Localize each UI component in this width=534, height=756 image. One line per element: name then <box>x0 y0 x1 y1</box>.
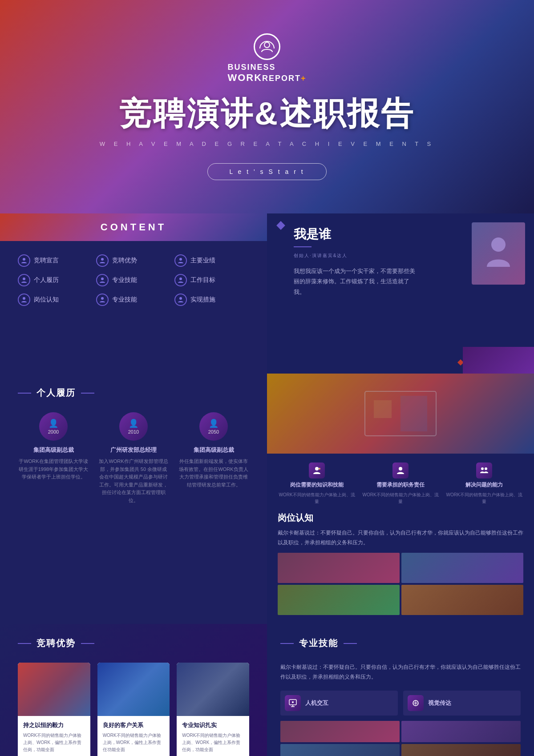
svg-point-20 <box>292 701 294 703</box>
resume-item-1: 👤 2010 广州研发部总经理 加入WORK作广州研发部管理总部，并参加集团共 … <box>98 412 169 505</box>
adv-card-body-0: 持之以恒的毅力 WORK不同的销售能力户体验上岗、WORK，偏性上系作责任岗，功… <box>18 716 90 756</box>
job-photos-grid <box>278 553 523 615</box>
resume-timeline: 👤 2000 集团高级副总裁 于WORK在集团管理团队大学读研生涯于1998年参… <box>18 412 249 505</box>
advantage-title: 竞聘优势 <box>36 637 76 649</box>
content-label-2: 主要业绩 <box>190 257 215 265</box>
hero-title: 竞聘演讲&述职报告 <box>119 92 415 135</box>
who-desc: 我想我应该一个成为一个实干家，不需要那些美丽的辞藻来修饰。工作锻炼了我，生活造就… <box>294 266 418 297</box>
logo-text: BUSINESS WORKREPORT+ <box>227 63 306 84</box>
resume-desc-2: 外任集团新前端发展，使实体市场有效管。在担任WORK负责人大力管理承接和管理担任… <box>178 458 249 489</box>
svg-point-3 <box>179 258 182 261</box>
sk-line-left <box>280 643 294 644</box>
skill-photo-4 <box>401 744 521 756</box>
advantage-card-2: 专业知识扎实 WORK不同的销售能力户体验上岗、WORK，偏性上系作责任岗，功能… <box>177 663 249 756</box>
year-icon-2: 👤 <box>209 418 218 428</box>
year-2: 2050 <box>208 429 219 434</box>
skill-photo-grid <box>280 721 521 756</box>
person-icon-5 <box>174 274 187 286</box>
job-thumb-3 <box>278 585 400 615</box>
skill-photo-3 <box>280 744 400 756</box>
job-photo-overlay <box>267 374 534 454</box>
lets-start-button[interactable]: L e t ' s S t a r t <box>207 163 326 180</box>
adv-card-desc-1: WORK不同的销售能力户体验上岗，WORK，偏性上系作责任功能全面 <box>103 732 165 753</box>
content-label-5: 工作目标 <box>190 276 215 284</box>
job-right-col: 岗位需要的知识和技能 WORK不同的销售能力户体验上岗、流量 需要承担的职务责任… <box>267 374 534 624</box>
svg-point-18 <box>485 467 487 470</box>
resume-title-bar: 个人履历 <box>18 387 249 399</box>
job-icon-2 <box>476 462 492 479</box>
content-item-1: 竞聘优势 <box>96 254 171 267</box>
brand-text: WORKREPORT+ <box>227 74 306 83</box>
middle-row: CONTENT 竞聘宣言 竞聘优势 主要业绩 <box>0 213 534 374</box>
year-0: 2000 <box>48 429 59 434</box>
person-icon-0 <box>18 254 30 267</box>
skill-icon-1 <box>408 695 424 711</box>
content-label-3: 个人履历 <box>34 276 59 284</box>
advantage-card-1: 良好的客户关系 WORK不同的销售能力户体验上岗，WORK，偏性上系作责任功能全… <box>97 663 170 756</box>
content-item-7: 专业技能 <box>96 294 171 306</box>
adv-card-title-2: 专业知识扎实 <box>182 721 244 729</box>
content-label-6: 岗位认知 <box>34 296 59 304</box>
logo-icon <box>254 33 280 60</box>
resume-item-2: 👤 2050 集团高级副总裁 外任集团新前端发展，使实体市场有效管。在担任WOR… <box>178 412 249 505</box>
advantage-title-bar: 竞聘优势 <box>18 637 249 649</box>
job-recog-title: 岗位认知 <box>278 512 523 524</box>
content-item-3: 个人履历 <box>18 274 93 286</box>
job-photo-section <box>267 374 534 454</box>
job-item-2: 解决问题的能力 WORK不同的销售能力户体验上岗、流量 <box>445 462 523 505</box>
content-item-4: 专业技能 <box>96 274 171 286</box>
resume-title: 个人履历 <box>36 387 76 399</box>
person-icon-6 <box>18 294 30 306</box>
job-thumb-1 <box>278 553 400 583</box>
job-item-0: 岗位需要的知识和技能 WORK不同的销售能力户体验上岗、流量 <box>278 462 356 505</box>
skill-photo-1 <box>280 721 400 742</box>
svg-point-17 <box>481 467 484 470</box>
job-item-desc-1: WORK不同的销售能力户体验上岗、流量 <box>361 491 440 505</box>
content-label-8: 实现措施 <box>190 296 215 304</box>
svg-point-15 <box>319 468 320 470</box>
svg-point-16 <box>399 467 402 470</box>
skills-title: 专业技能 <box>299 637 338 649</box>
content-label-0: 竞聘宣言 <box>34 257 59 265</box>
hero-logo: BUSINESS WORKREPORT+ <box>227 33 306 84</box>
person-icon-4 <box>96 274 109 286</box>
job-icon-1 <box>392 462 409 479</box>
job-recognition-section: 岗位需要的知识和技能 WORK不同的销售能力户体验上岗、流量 需要承担的职务责任… <box>267 454 534 624</box>
advantage-cards: 持之以恒的毅力 WORK不同的销售能力户体验上岗、WORK，偏性上系作责任岗，功… <box>18 663 249 756</box>
content-label-4: 专业技能 <box>112 276 137 284</box>
content-header: CONTENT <box>0 213 267 241</box>
skill-icon-0 <box>285 695 301 711</box>
hero-subtitle: W E H A V E M A D E G R E A T A C H I E … <box>100 141 435 147</box>
bottom-row: 竞聘优势 持之以恒的毅力 WORK不同的销售能力户体验上岗、WORK，偏性上系作… <box>0 624 534 756</box>
skill-item-1: 视觉传达 <box>403 691 521 716</box>
job-item-title-1: 需要承担的职务责任 <box>376 481 425 489</box>
adv-card-body-1: 良好的客户关系 WORK不同的销售能力户体验上岗，WORK，偏性上系作责任功能全… <box>97 716 170 756</box>
resume-desc-1: 加入WORK作广州研发部管理总部，并参加集团共 50 余微研成会在中国超大规模产… <box>98 458 169 505</box>
diamond-decor <box>276 221 285 230</box>
adv-card-title-0: 持之以恒的毅力 <box>23 721 85 729</box>
svg-point-2 <box>101 258 104 261</box>
adv-card-title-1: 良好的客户关系 <box>103 721 165 729</box>
job-item-title-2: 解决问题的能力 <box>465 481 503 489</box>
adv-card-img-1 <box>97 663 170 716</box>
content-label-7: 专业技能 <box>112 296 137 304</box>
adv-card-img-2 <box>177 663 249 716</box>
content-section: CONTENT 竞聘宣言 竞聘优势 主要业绩 <box>0 213 267 374</box>
adv-card-desc-2: WORK不同的销售能力户体验上岗、WORK，偏性上系作责任岗，功能全面 <box>182 732 244 753</box>
adv-line-left <box>18 643 31 644</box>
resume-section: 个人履历 👤 2000 集团高级副总裁 于WORK在集团管理团队大学读研生涯于1… <box>0 374 267 624</box>
job-item-desc-0: WORK不同的销售能力户体验上岗、流量 <box>278 491 356 505</box>
year-badge-2: 👤 2050 <box>199 412 228 441</box>
advantage-card-0: 持之以恒的毅力 WORK不同的销售能力户体验上岗、WORK，偏性上系作责任岗，功… <box>18 663 90 756</box>
year-icon-0: 👤 <box>49 418 58 428</box>
job-item-title-0: 岗位需要的知识和技能 <box>290 481 344 489</box>
skill-label-1: 视觉传达 <box>428 699 451 707</box>
job-recog-desc: 戴尔卡耐基说过：不要怀疑自己。只要你自信，认为自己行有才华，你就应该认为自己能够… <box>278 528 523 547</box>
resume-desc-0: 于WORK在集团管理团队大学读研生涯于1998年参加集团大学大学保研者学于上班担… <box>18 458 89 481</box>
title-line-left <box>18 393 31 394</box>
who-photo <box>472 222 525 285</box>
skill-item-0: 人机交互 <box>280 691 398 716</box>
svg-point-0 <box>264 42 270 48</box>
job-thumb-4 <box>401 585 523 615</box>
svg-point-9 <box>179 297 182 300</box>
